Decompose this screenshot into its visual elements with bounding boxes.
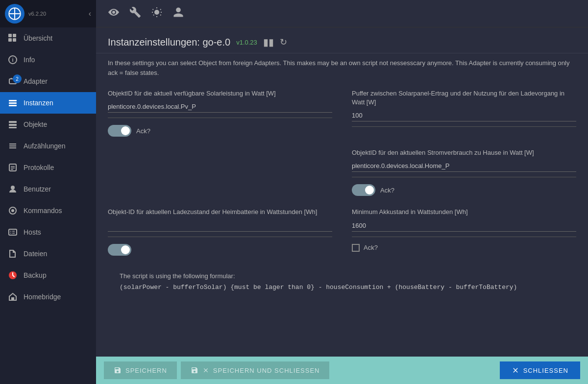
settings-row-1: ObjektID für die aktuell verfügbare Sola… xyxy=(108,89,576,137)
settings-row-2: ObjektID für den aktuellen Stromverbrauc… xyxy=(108,148,576,196)
bottom-action-bar: SPEICHERN SPEICHERN UND SCHLIESSEN SCHLI… xyxy=(96,357,588,384)
app-version: v6.2.20 xyxy=(28,11,85,17)
instance-header: Instanzeinstellungen: go-e.0 v1.0.23 ▮▮ … xyxy=(96,27,588,53)
sidebar-item-backup[interactable]: Backup xyxy=(0,264,96,286)
main-content: Instanzeinstellungen: go-e.0 v1.0.23 ▮▮ … xyxy=(96,0,588,384)
sidebar-item-dateien[interactable]: Dateien xyxy=(0,243,96,264)
collapse-icon[interactable]: ‹ xyxy=(89,9,91,18)
svg-rect-21 xyxy=(9,164,16,171)
svg-point-25 xyxy=(11,186,15,190)
sidebar-item-label: Protokolle xyxy=(24,164,54,171)
svg-rect-14 xyxy=(9,105,17,106)
save-close-button[interactable]: SPEICHERN UND SCHLIESSEN xyxy=(181,361,330,379)
eye-icon[interactable] xyxy=(108,6,120,21)
close-button[interactable]: SCHLIESSEN xyxy=(500,361,580,379)
pause-button[interactable]: ▮▮ xyxy=(263,36,274,48)
top-toolbar xyxy=(96,0,588,27)
solar-id-input[interactable] xyxy=(108,101,332,113)
svg-rect-3 xyxy=(8,34,12,37)
user-icon xyxy=(8,184,18,194)
sidebar-item-instanzen[interactable]: Instanzen xyxy=(0,92,96,114)
svg-text:i: i xyxy=(12,57,13,63)
info-icon: i xyxy=(8,55,18,65)
backup-icon xyxy=(8,270,18,280)
sidebar-header: v6.2.20 ‹ xyxy=(0,0,96,27)
home-toggle-group: Ack? xyxy=(352,184,576,196)
sidebar-item-label: Benutzer xyxy=(24,185,51,193)
sidebar-item-kommandos[interactable]: Kommandos xyxy=(0,200,96,221)
sidebar-item-aufzaehlungen[interactable]: Aufzählungen xyxy=(0,135,96,157)
logs-icon xyxy=(8,163,18,172)
svg-rect-5 xyxy=(8,38,12,42)
buffer-label: Puffer zwischen Solarpanel-Ertrag und de… xyxy=(352,89,576,107)
instance-description: In these settings you can select Object … xyxy=(96,53,588,84)
sidebar-item-protokolle[interactable]: Protokolle xyxy=(0,157,96,178)
formula-code: (solarPower - bufferToSolar) {must be la… xyxy=(120,284,564,291)
sidebar-item-label: Aufzählungen xyxy=(24,142,66,150)
content-area: Instanzeinstellungen: go-e.0 v1.0.23 ▮▮ … xyxy=(96,27,588,384)
battery-id-input[interactable] xyxy=(108,220,332,232)
svg-rect-6 xyxy=(13,38,16,42)
solar-toggle[interactable] xyxy=(108,125,131,137)
save-close-label: SPEICHERN UND SCHLIESSEN xyxy=(213,367,320,374)
setting-solar-id: ObjektID für die aktuell verfügbare Sola… xyxy=(108,89,332,137)
sidebar-item-label: Backup xyxy=(24,271,47,279)
setting-home-consumption: ObjektID für den aktuellen Stromverbrauc… xyxy=(352,148,576,196)
battery-id-label: Objekt-ID für aktuellen Ladezustand der … xyxy=(108,208,332,216)
sidebar: v6.2.20 ‹ Übersicht i Info xyxy=(0,0,96,384)
min-battery-label: Minimum Akkustand in Wattstunden [Wh] xyxy=(352,208,576,216)
min-battery-ack-label: Ack? xyxy=(364,244,378,251)
svg-rect-16 xyxy=(9,124,17,126)
app-logo xyxy=(5,4,24,24)
save-button[interactable]: SPEICHERN xyxy=(104,361,177,379)
svg-rect-28 xyxy=(9,229,17,235)
home-consumption-label: ObjektID für den aktuellen Stromverbrauc… xyxy=(352,148,576,157)
sidebar-item-objekte[interactable]: Objekte xyxy=(0,114,96,135)
hosts-icon xyxy=(8,227,18,237)
sidebar-item-label: Kommandos xyxy=(24,207,62,215)
setting-battery-id: Objekt-ID für aktuellen Ladezustand der … xyxy=(108,208,332,255)
buffer-input[interactable] xyxy=(352,110,576,121)
sidebar-item-benutzer[interactable]: Benutzer xyxy=(0,178,96,200)
svg-rect-17 xyxy=(9,127,17,128)
solar-ack-label: Ack? xyxy=(136,127,150,135)
objects-icon xyxy=(8,120,18,129)
home-consumption-input[interactable] xyxy=(352,160,576,172)
min-battery-checkbox[interactable] xyxy=(352,244,360,252)
person-icon[interactable] xyxy=(172,6,184,21)
battery-toggle-group xyxy=(108,244,332,256)
instance-version: v1.0.23 xyxy=(236,39,257,46)
enum-icon xyxy=(8,141,18,151)
refresh-button[interactable]: ↻ xyxy=(280,37,287,48)
sidebar-item-label: Objekte xyxy=(24,120,47,128)
sidebar-item-adapter[interactable]: Adapter 2 xyxy=(0,71,96,92)
commands-icon xyxy=(8,206,18,216)
svg-point-27 xyxy=(11,209,14,212)
sidebar-item-uebersicht[interactable]: Übersicht xyxy=(0,27,96,49)
home-ack-label: Ack? xyxy=(380,187,394,194)
setting-buffer: Puffer zwischen Solarpanel-Ertrag und de… xyxy=(352,89,576,127)
sidebar-item-label: Homebridge xyxy=(24,293,61,301)
instance-title: Instanzeinstellungen: go-e.0 xyxy=(108,37,230,48)
sidebar-item-info[interactable]: i Info xyxy=(0,49,96,71)
sidebar-item-hosts[interactable]: Hosts xyxy=(0,221,96,243)
solar-id-label: ObjektID für die aktuell verfügbare Sola… xyxy=(108,89,332,98)
close-label: SCHLIESSEN xyxy=(523,367,568,374)
settings-grid: ObjektID für die aktuell verfügbare Sola… xyxy=(96,84,588,357)
setting-min-battery: Minimum Akkustand in Wattstunden [Wh] Ac… xyxy=(352,208,576,251)
formula-intro: The script is using the following formul… xyxy=(120,272,564,280)
settings-row-3: Objekt-ID für aktuellen Ladezustand der … xyxy=(108,208,576,255)
sidebar-item-homebridge[interactable]: Homebridge xyxy=(0,286,96,308)
min-battery-input[interactable] xyxy=(352,220,576,232)
adapter-badge: 2 xyxy=(13,74,22,83)
sidebar-item-label: Hosts xyxy=(24,228,41,236)
sidebar-item-label: Dateien xyxy=(24,250,47,258)
save-label: SPEICHERN xyxy=(125,367,167,374)
battery-toggle[interactable] xyxy=(108,244,131,256)
home-toggle[interactable] xyxy=(352,184,375,196)
brightness-icon[interactable] xyxy=(151,6,163,21)
wrench-icon[interactable] xyxy=(129,6,141,21)
svg-rect-4 xyxy=(13,34,16,37)
formula-section: The script is using the following formul… xyxy=(108,267,576,299)
homebridge-icon xyxy=(8,292,18,302)
